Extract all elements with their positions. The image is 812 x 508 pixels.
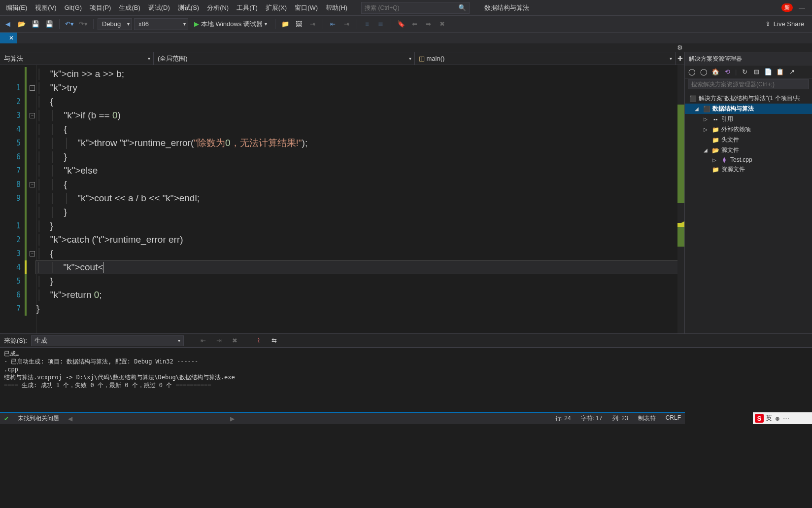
preview-icon[interactable]: ↗ [788, 68, 796, 76]
code-editor[interactable]: 1234567891234567 − − − − │ "k">cin >> a … [0, 65, 684, 333]
menu-window[interactable]: 窗口(W) [291, 1, 322, 14]
undo-icon[interactable]: ↶▾ [64, 18, 75, 30]
tree-test-cpp[interactable]: ▷ ⧫ Test.cpp [685, 155, 812, 164]
change-margin [24, 65, 29, 333]
properties-icon[interactable]: 📋 [776, 68, 784, 76]
save-icon[interactable]: 💾 [30, 18, 41, 30]
status-line[interactable]: 行: 24 [555, 414, 571, 423]
solution-search-input[interactable] [688, 79, 809, 89]
wrap-icon[interactable]: ⌇ [253, 335, 265, 347]
menu-project[interactable]: 项目(P) [86, 1, 115, 14]
gear-icon[interactable]: ⚙ [677, 44, 683, 51]
clear-bookmark-icon[interactable]: ✖ [437, 18, 448, 30]
solution-tree: ⬛ 解决方案"数据结构与算法"(1 个项目/共 ◢ ⬛ 数据结构与算法 ▷ ▪▪… [685, 91, 812, 333]
back-icon[interactable]: ◯ [688, 68, 696, 76]
menu-edit[interactable]: 编辑(E) [2, 1, 31, 14]
ime-more-icon[interactable]: ⋯ [783, 415, 789, 422]
menu-analyze[interactable]: 分析(N) [203, 1, 233, 14]
ime-toolbar[interactable]: S 英 ☻ ⋯ [753, 412, 812, 424]
fold-toggle[interactable]: − [30, 113, 35, 118]
scroll-overview[interactable]: ◀ [677, 65, 684, 333]
new-folder-icon[interactable]: 📁 [279, 18, 291, 30]
status-tabs[interactable]: 制表符 [638, 414, 656, 423]
tree-project[interactable]: ◢ ⬛ 数据结构与算法 [685, 104, 812, 114]
tree-resources[interactable]: 📁 资源文件 [685, 164, 812, 175]
config-dropdown[interactable]: Debug [98, 18, 132, 30]
status-crlf[interactable]: CRLF [666, 414, 681, 423]
menu-extensions[interactable]: 扩展(X) [262, 1, 291, 14]
menu-git[interactable]: Git(G) [61, 2, 86, 13]
scroll-right-icon[interactable]: ▶ [230, 415, 235, 422]
navigation-bar: 与算法 (全局范围) ◫main() ✚ [0, 52, 684, 65]
next-message-icon[interactable]: ⇥ [213, 335, 225, 347]
menu-view[interactable]: 视图(V) [31, 1, 60, 14]
chevron-down-icon[interactable]: ◢ [695, 106, 701, 111]
collapse-icon[interactable]: ⊟ [752, 68, 760, 76]
next-bookmark-icon[interactable]: ➡ [423, 18, 435, 30]
menu-build[interactable]: 生成(B) [115, 1, 144, 14]
status-issues[interactable]: 未找到相关问题 [18, 414, 59, 423]
ime-lang[interactable]: 英 [766, 414, 772, 423]
split-icon[interactable]: ✚ [676, 52, 684, 65]
prev-bookmark-icon[interactable]: ⬅ [409, 18, 421, 30]
menu-debug[interactable]: 调试(D) [144, 1, 174, 14]
tree-external[interactable]: ▷ 📁 外部依赖项 [685, 124, 812, 135]
prev-message-icon[interactable]: ⇤ [198, 335, 209, 347]
outdent-icon[interactable]: ⇥ [341, 18, 353, 30]
menu-tools[interactable]: 工具(T) [233, 1, 262, 14]
output-source-dropdown[interactable]: 生成 [31, 335, 184, 346]
search-input[interactable] [365, 4, 458, 11]
platform-dropdown[interactable]: x86 [134, 18, 188, 30]
toggle-icon[interactable]: ⇆ [269, 335, 280, 347]
status-char[interactable]: 字符: 17 [581, 414, 603, 423]
comment-icon[interactable]: ≡ [361, 18, 373, 30]
fold-toggle[interactable]: − [30, 251, 35, 256]
menu-help[interactable]: 帮助(H) [322, 1, 351, 14]
open-icon[interactable]: 📂 [16, 18, 28, 30]
ime-face-icon[interactable]: ☻ [774, 415, 781, 422]
indent-icon[interactable]: ⇤ [327, 18, 339, 30]
start-debug-button[interactable]: ▶ 本地 Windows 调试器 ▾ [190, 18, 271, 30]
chevron-right-icon[interactable]: ▷ [704, 127, 710, 132]
live-share-button[interactable]: ⇪ Live Share [765, 20, 810, 28]
sync-icon[interactable]: ⟲ [723, 68, 731, 76]
fold-toggle[interactable]: − [30, 182, 35, 187]
chevron-right-icon[interactable]: ▷ [704, 116, 710, 122]
nav-function-dropdown[interactable]: ◫main() [415, 52, 676, 65]
nav-project-dropdown[interactable]: 与算法 [0, 52, 154, 65]
tree-references[interactable]: ▷ ▪▪ 引用 [685, 114, 812, 124]
menubar: 编辑(E) 视图(V) Git(G) 项目(P) 生成(B) 调试(D) 测试(… [0, 0, 812, 16]
clear-icon[interactable]: ✖ [229, 335, 241, 347]
tree-sources[interactable]: ◢ 📂 源文件 [685, 145, 812, 155]
image-icon[interactable]: 🖼 [293, 18, 305, 30]
redo-icon[interactable]: ↷▾ [77, 18, 89, 30]
chevron-down-icon[interactable]: ◢ [704, 147, 710, 153]
uncomment-icon[interactable]: ≣ [375, 18, 387, 30]
step-icon[interactable]: ⇥ [307, 18, 319, 30]
back-icon[interactable]: ◀ [2, 18, 14, 30]
chevron-right-icon[interactable]: ▷ [712, 157, 718, 163]
status-col[interactable]: 列: 23 [612, 414, 628, 423]
bookmark-icon[interactable]: 🔖 [395, 18, 407, 30]
minimize-icon[interactable]: — [799, 4, 805, 11]
close-icon[interactable]: ✕ [9, 35, 14, 41]
document-tab[interactable]: ✕ [0, 33, 17, 43]
show-all-icon[interactable]: 📄 [764, 68, 772, 76]
function-icon: ◫ [419, 55, 425, 62]
scroll-left-icon[interactable]: ◀ [68, 415, 72, 422]
tree-headers[interactable]: 📁 头文件 [685, 135, 812, 145]
solution-name-label: 数据结构与算法 [479, 1, 534, 14]
tree-solution-root[interactable]: ⬛ 解决方案"数据结构与算法"(1 个项目/共 [685, 93, 812, 104]
menu-test[interactable]: 测试(S) [174, 1, 203, 14]
refresh-icon[interactable]: ↻ [741, 68, 748, 76]
solution-search[interactable] [685, 78, 812, 91]
forward-icon[interactable]: ◯ [700, 68, 708, 76]
main-toolbar: ◀ 📂 💾 💾 ↶▾ ↷▾ Debug x86 ▶ 本地 Windows 调试器… [0, 16, 812, 33]
fold-toggle[interactable]: − [30, 85, 35, 91]
save-all-icon[interactable]: 💾 [43, 18, 55, 30]
code-content[interactable]: │ "k">cin >> a >> b;│ "k">try│ {│ │ "k">… [36, 65, 684, 333]
nav-scope-dropdown[interactable]: (全局范围) [154, 52, 415, 65]
quick-search[interactable]: 🔍 [361, 2, 470, 14]
home-icon[interactable]: 🏠 [711, 68, 719, 76]
notification-badge[interactable]: 新 [781, 3, 793, 12]
